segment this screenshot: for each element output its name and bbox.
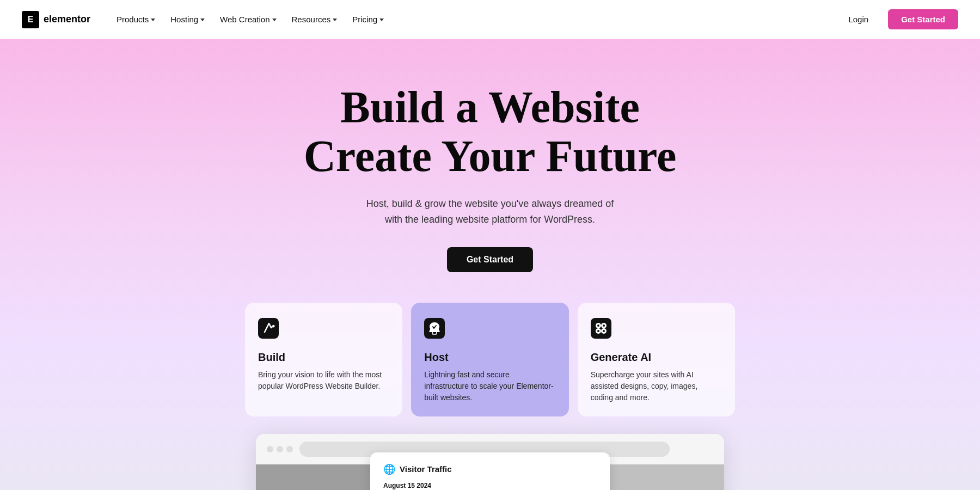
vt-date: August 15 2024 (383, 482, 597, 489)
logo[interactable]: E elementor (22, 11, 90, 28)
get-started-nav-button[interactable]: Get Started (888, 9, 958, 29)
vt-title: Visitor Traffic (400, 464, 452, 474)
nav-item-hosting[interactable]: Hosting (164, 10, 211, 28)
chevron-down-icon (200, 19, 205, 21)
globe-icon: 🌐 (383, 463, 395, 475)
browser-mockup: 🌐 Visitor Traffic August 15 2024 Visitor… (256, 434, 724, 490)
host-card-desc: Lightning fast and secure infrastructure… (424, 369, 555, 403)
nav-item-resources[interactable]: Resources (285, 10, 344, 28)
build-card-title: Build (258, 351, 389, 364)
generate-ai-icon (591, 318, 722, 344)
vt-header: 🌐 Visitor Traffic (383, 463, 597, 475)
chevron-down-icon (151, 19, 155, 21)
host-icon (424, 318, 555, 344)
generate-ai-card-desc: Supercharge your sites with AI assisted … (591, 369, 722, 403)
feature-card-generate-ai[interactable]: Generate AI Supercharge your sites with … (578, 303, 735, 416)
hero-cta-button[interactable]: Get Started (447, 247, 533, 272)
logo-text: elementor (44, 14, 90, 25)
navbar: E elementor Products Hosting Web Creatio… (0, 0, 980, 39)
hero-subtitle: Host, build & grow the website you've al… (366, 196, 614, 228)
navbar-right: Login Get Started (837, 9, 958, 29)
chevron-down-icon (272, 19, 277, 21)
svg-rect-2 (591, 318, 611, 339)
svg-point-10 (603, 330, 605, 332)
svg-point-7 (597, 324, 599, 327)
chevron-down-icon (379, 19, 384, 21)
feature-cards: Build Bring your vision to life with the… (245, 303, 735, 416)
login-button[interactable]: Login (837, 10, 879, 28)
browser-content: 🌐 Visitor Traffic August 15 2024 Visitor… (256, 464, 724, 490)
browser-dot-3 (286, 446, 293, 452)
elementor-logo-icon: E (22, 11, 39, 28)
generate-ai-card-title: Generate AI (591, 351, 722, 364)
nav-item-pricing[interactable]: Pricing (346, 10, 390, 28)
nav-links: Products Hosting Web Creation Resources … (110, 10, 390, 28)
visitor-traffic-card: 🌐 Visitor Traffic August 15 2024 Visitor… (370, 452, 610, 490)
host-card-title: Host (424, 351, 555, 364)
build-card-desc: Bring your vision to life with the most … (258, 369, 389, 392)
browser-dot-2 (277, 446, 283, 452)
svg-point-9 (597, 330, 599, 332)
hero-title: Build a Website Create Your Future (304, 83, 677, 181)
navbar-left: E elementor Products Hosting Web Creatio… (22, 10, 390, 28)
feature-card-build[interactable]: Build Bring your vision to life with the… (245, 303, 402, 416)
chevron-down-icon (333, 19, 337, 21)
feature-card-host[interactable]: Host Lightning fast and secure infrastru… (411, 303, 568, 416)
nav-item-web-creation[interactable]: Web Creation (213, 10, 283, 28)
build-icon (258, 318, 389, 344)
browser-dot-1 (267, 446, 273, 452)
svg-point-8 (603, 324, 605, 327)
browser-dots (267, 446, 293, 452)
hero-section: Build a Website Create Your Future Host,… (0, 39, 980, 490)
nav-item-products[interactable]: Products (110, 10, 162, 28)
svg-rect-0 (258, 318, 279, 339)
